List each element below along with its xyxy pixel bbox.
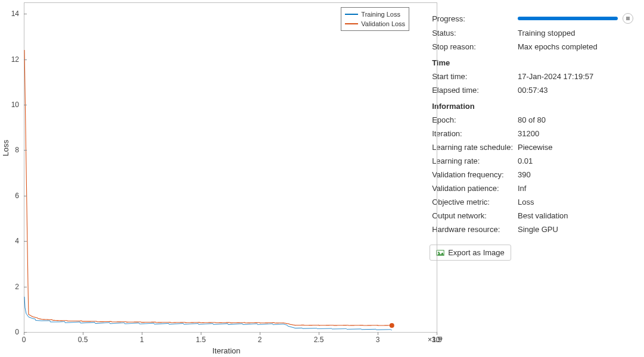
x-tick-label: 3.5 [432,336,442,344]
x-tick-label: 0 [22,336,26,344]
legend-item-validation: Validation Loss [345,19,405,29]
y-tick-label: 10 [0,101,24,109]
stop-icon [626,17,630,20]
progress-bar [518,17,618,20]
x-axis-label: Iteration [213,346,241,355]
val-pat-value: Inf [515,181,636,195]
out-net-label: Output network: [430,209,515,223]
lr-label: Learning rate: [430,154,515,168]
x-tick-label: 1 [140,336,144,344]
x-tick-label: 0.5 [78,336,88,344]
hw-label: Hardware resource: [430,223,515,236]
elapsed-time-label: Elapsed time: [430,83,515,97]
start-time-label: Start time: [430,70,515,83]
epoch-value: 80 of 80 [515,113,636,127]
stop-reason-label: Stop reason: [430,40,515,54]
export-image-icon [436,249,444,257]
x-tick-label: 2 [258,336,262,344]
export-button-label: Export as Image [448,248,505,257]
iteration-label: Iteration: [430,127,515,140]
lr-schedule-value: Piecewise [515,140,636,154]
lr-schedule-label: Learning rate schedule: [430,140,515,154]
time-header: Time [430,54,636,70]
training-info-panel: Progress: Status: Training stopped [430,0,644,357]
obj-metric-label: Objective metric: [430,195,515,209]
final-validation-marker-icon [390,323,394,328]
obj-metric-value: Loss [515,195,636,209]
val-freq-value: 390 [515,168,636,181]
x-tick-label: 3 [376,336,380,344]
y-tick-label: 12 [0,55,24,64]
legend-swatch-training-icon [345,14,358,15]
val-freq-label: Validation frequency: [430,168,515,181]
lr-value: 0.01 [515,154,636,168]
chart-legend: Training Loss Validation Loss [341,7,409,31]
stop-training-button[interactable] [623,13,633,24]
iteration-value: 31200 [515,127,636,140]
legend-item-training: Training Loss [345,10,405,19]
progress-label: Progress: [430,11,515,26]
training-loss-chart: Training Loss Validation Loss Loss Itera… [0,0,430,357]
val-pat-label: Validation patience: [430,181,515,195]
legend-label: Training Loss [361,10,400,19]
chart-svg [24,2,437,332]
y-tick-label: 2 [0,283,24,291]
start-time-value: 17-Jan-2024 17:19:57 [515,70,636,83]
epoch-label: Epoch: [430,113,515,127]
y-tick-label: 8 [0,146,24,154]
export-as-image-button[interactable]: Export as Image [430,245,511,261]
elapsed-time-value: 00:57:43 [515,83,636,97]
hw-value: Single GPU [515,223,636,236]
svg-point-1 [438,251,439,252]
y-tick-label: 6 [0,192,24,200]
x-tick-label: 2.5 [314,336,324,344]
y-tick-label: 0 [0,328,24,336]
out-net-value: Best validation [515,209,636,223]
y-tick-label: 14 [0,10,24,18]
stop-reason-value: Max epochs completed [515,40,636,54]
legend-label: Validation Loss [361,19,405,29]
status-label: Status: [430,26,515,40]
information-header: Information [430,97,636,113]
x-tick-label: 1.5 [196,336,206,344]
training-loss-line [24,297,392,330]
validation-loss-line [24,50,392,325]
y-tick-label: 4 [0,237,24,245]
legend-swatch-validation-icon [345,23,358,24]
status-value: Training stopped [515,26,636,40]
